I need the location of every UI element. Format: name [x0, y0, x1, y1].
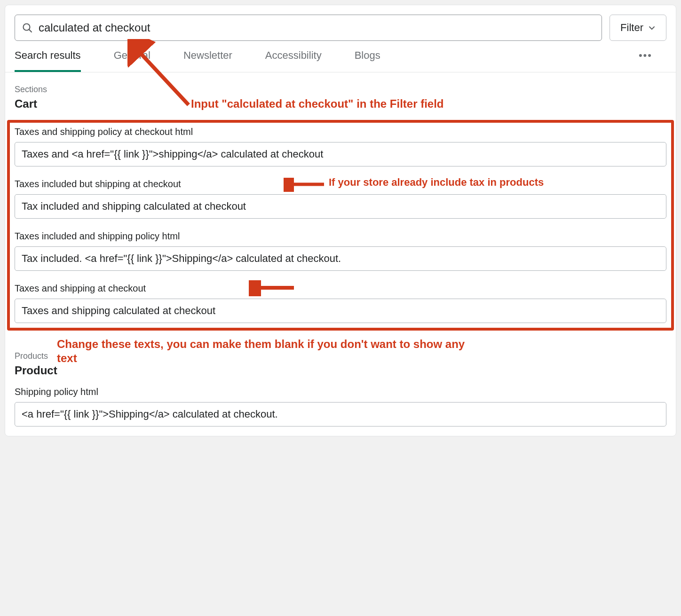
field-taxes-included-shipping-checkout: Taxes included but shipping at checkout …: [15, 179, 666, 219]
tab-search-results[interactable]: Search results: [15, 49, 81, 72]
section-eyebrow-cart: Sections: [15, 85, 666, 95]
search-input[interactable]: [39, 21, 595, 34]
content-area: Sections Cart Taxes and shipping policy …: [5, 72, 676, 436]
tab-accessibility[interactable]: Accessibility: [265, 49, 322, 72]
field-label: Taxes and shipping at checkout: [15, 283, 146, 294]
field-label: Shipping policy html: [15, 387, 98, 397]
section-title-cart: Cart: [15, 97, 666, 111]
tabs-overflow[interactable]: •••: [639, 49, 666, 72]
annotation-tax-note: If your store already include tax in pro…: [329, 176, 544, 189]
toolbar: Filter: [5, 5, 676, 41]
section-title-product: Product: [15, 364, 666, 377]
tabs-row: Search results General Newsletter Access…: [5, 41, 676, 72]
cart-fields-group: Taxes and shipping policy at checkout ht…: [10, 120, 671, 332]
search-icon: [22, 22, 33, 33]
field-label: Taxes included and shipping policy html: [15, 231, 180, 242]
section-eyebrow-products: Products: [15, 351, 666, 361]
field-label: Taxes included but shipping at checkout: [15, 179, 181, 190]
field-label: Taxes and shipping policy at checkout ht…: [15, 126, 193, 137]
field-input[interactable]: [15, 194, 666, 219]
tab-blogs[interactable]: Blogs: [355, 49, 380, 72]
tab-general[interactable]: General: [114, 49, 150, 72]
search-field-wrap[interactable]: [15, 15, 602, 41]
settings-card: Filter Search results General Newsletter…: [5, 5, 676, 436]
filter-button[interactable]: Filter: [610, 15, 666, 41]
annotation-arrow-bottom-label: [249, 280, 296, 296]
field-taxes-included-shipping-policy-html: Taxes included and shipping policy html: [15, 231, 666, 271]
annotation-arrow-tax: [284, 178, 326, 192]
field-input[interactable]: [15, 402, 666, 426]
tab-newsletter[interactable]: Newsletter: [183, 49, 232, 72]
chevron-down-icon: [648, 24, 656, 32]
field-input[interactable]: [15, 142, 666, 166]
svg-line-1: [29, 30, 32, 32]
field-taxes-shipping-policy-html: Taxes and shipping policy at checkout ht…: [15, 126, 666, 166]
field-input[interactable]: [15, 299, 666, 323]
field-input[interactable]: [15, 246, 666, 271]
field-shipping-policy-html: Shipping policy html: [15, 387, 666, 426]
field-taxes-shipping-checkout: Taxes and shipping at checkout: [15, 283, 666, 323]
filter-button-label: Filter: [620, 22, 643, 34]
